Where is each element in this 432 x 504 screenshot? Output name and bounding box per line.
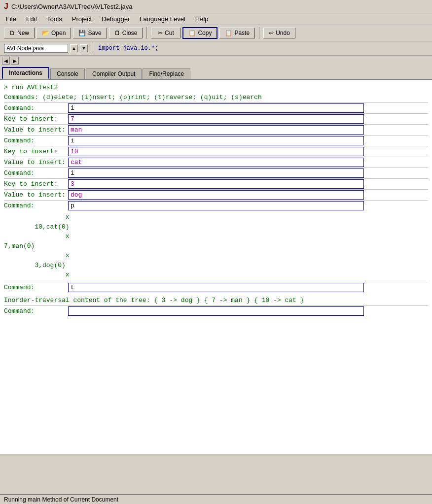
command-5-line: Command: xyxy=(4,283,428,292)
title-bar: J C:\Users\Owner\A3AVLTree\AVLTest2.java xyxy=(0,0,432,13)
key-1-line: Key to insert: xyxy=(4,114,428,124)
cut-label: Cut xyxy=(165,30,174,36)
tab-prev[interactable]: ◀ xyxy=(2,57,10,65)
title-text: C:\Users\Owner\A3AVLTree\AVLTest2.java xyxy=(11,3,133,10)
traversal-line: Inorder-traversal content of the tree: {… xyxy=(4,296,428,305)
app-icon: J xyxy=(4,2,8,11)
command-2-label: Command: xyxy=(4,137,68,144)
value-2-input[interactable] xyxy=(68,158,364,167)
toolbar: 🗋 New 📂 Open 💾 Save 🗒 Close ✂ Cut 📋 Copy… xyxy=(0,25,432,41)
command-4-input[interactable] xyxy=(68,201,364,210)
tab-console[interactable]: Console xyxy=(50,68,85,79)
save-label: Save xyxy=(88,30,101,36)
close-button[interactable]: 🗒 Close xyxy=(109,28,143,38)
tab-interactions[interactable]: Interactions xyxy=(2,67,49,79)
toolbar-separator-1 xyxy=(146,27,147,39)
new-button[interactable]: 🗋 New xyxy=(4,28,35,38)
cut-icon: ✂ xyxy=(158,30,163,36)
tab-compiler-output[interactable]: Compiler Output xyxy=(86,68,142,79)
new-label: New xyxy=(17,30,29,36)
key-2-label: Key to insert: xyxy=(4,148,68,155)
command-1-input[interactable] xyxy=(68,103,364,113)
undo-button[interactable]: ↩ Undo xyxy=(263,28,295,38)
menu-bar: File Edit Tools Project Debugger Languag… xyxy=(0,13,432,25)
open-label: Open xyxy=(51,30,66,36)
key-2-line: Key to insert: xyxy=(4,147,428,156)
new-icon: 🗋 xyxy=(9,30,15,36)
menu-edit[interactable]: Edit xyxy=(24,14,39,24)
menu-language-level[interactable]: Language Level xyxy=(138,14,187,24)
key-3-line: Key to insert: xyxy=(4,179,428,189)
command-final-label: Command: xyxy=(4,307,68,315)
paste-icon: 📋 xyxy=(225,30,232,36)
command-3-label: Command: xyxy=(4,169,68,177)
copy-icon: 📋 xyxy=(188,30,196,36)
status-text: Running main Method of Current Document xyxy=(4,496,118,503)
key-3-label: Key to insert: xyxy=(4,180,68,188)
toolbar-separator-2 xyxy=(259,27,259,39)
value-2-line: Value to insert: xyxy=(4,158,428,167)
undo-label: Undo xyxy=(276,30,290,36)
file-selector[interactable] xyxy=(4,44,68,53)
value-3-input[interactable] xyxy=(68,190,364,200)
undo-icon: ↩ xyxy=(269,30,274,36)
menu-tools[interactable]: Tools xyxy=(45,14,64,24)
command-2-line: Command: xyxy=(4,136,428,145)
run-line: > run AVLTest2 xyxy=(4,83,428,93)
status-bar: Running main Method of Current Document xyxy=(0,494,432,504)
open-button[interactable]: 📂 Open xyxy=(36,28,71,38)
tab-find-replace[interactable]: Find/Replace xyxy=(143,68,190,79)
menu-file[interactable]: File xyxy=(4,14,18,24)
key-1-input[interactable] xyxy=(68,114,364,124)
file-bar: ▲ ▼ import java.io.*; xyxy=(0,41,432,56)
key-3-input[interactable] xyxy=(68,179,364,189)
command-4-line: Command: xyxy=(4,201,428,210)
close-label: Close xyxy=(122,30,138,36)
paste-button[interactable]: 📋 Paste xyxy=(219,28,255,38)
command-3-input[interactable] xyxy=(68,168,364,178)
command-1-line: Command: xyxy=(4,103,428,113)
commands-line: Commands: (d)elete; (i)nsert; (p)rint; (… xyxy=(4,93,428,102)
copy-button[interactable]: 📋 Copy xyxy=(182,27,217,39)
tab-nav: ◀ ▶ xyxy=(0,56,432,66)
command-2-input[interactable] xyxy=(68,136,364,145)
command-3-line: Command: xyxy=(4,168,428,178)
file-separator xyxy=(91,42,91,54)
value-3-line: Value to insert: xyxy=(4,190,428,200)
key-2-input[interactable] xyxy=(68,147,364,156)
tree-output: x 10,cat(0) x 7,man(0) x 3,dog(0) x xyxy=(4,212,428,280)
command-5-label: Command: xyxy=(4,284,68,291)
main-content: > run AVLTest2 Commands: (d)elete; (i)ns… xyxy=(0,80,432,454)
save-button[interactable]: 💾 Save xyxy=(73,28,107,38)
paste-label: Paste xyxy=(234,30,250,36)
copy-label: Copy xyxy=(198,30,212,36)
value-1-label: Value to insert: xyxy=(4,126,68,134)
save-icon: 💾 xyxy=(78,30,86,36)
command-1-label: Command: xyxy=(4,104,68,112)
command-final-line: Command: xyxy=(4,306,428,316)
value-3-label: Value to insert: xyxy=(4,191,68,199)
file-import-code: import java.io.*; xyxy=(98,45,158,52)
key-1-label: Key to insert: xyxy=(4,115,68,123)
close-icon: 🗒 xyxy=(114,30,120,36)
menu-project[interactable]: Project xyxy=(70,14,94,24)
value-1-input[interactable] xyxy=(68,125,364,134)
value-2-label: Value to insert: xyxy=(4,159,68,166)
value-1-line: Value to insert: xyxy=(4,125,428,134)
command-5-input[interactable] xyxy=(68,283,364,292)
open-icon: 📂 xyxy=(42,30,49,36)
menu-debugger[interactable]: Debugger xyxy=(100,14,132,24)
command-final-input[interactable] xyxy=(68,306,364,316)
cut-button[interactable]: ✂ Cut xyxy=(151,28,180,38)
command-4-label: Command: xyxy=(4,202,68,209)
tab-next[interactable]: ▶ xyxy=(11,57,19,65)
menu-help[interactable]: Help xyxy=(193,14,211,24)
tabs-area: Interactions Console Compiler Output Fin… xyxy=(0,66,432,80)
file-nav-down[interactable]: ▼ xyxy=(80,44,88,52)
file-nav-up[interactable]: ▲ xyxy=(70,44,78,52)
